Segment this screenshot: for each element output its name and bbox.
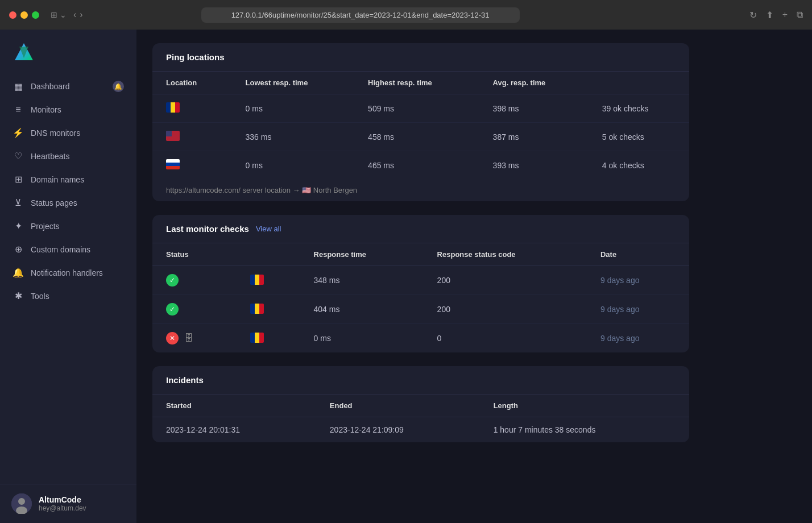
incidents-table: Started Ended Length 2023-12-24 20:01:31… <box>152 395 689 442</box>
col-status: Status <box>152 243 237 266</box>
response-time: 404 ms <box>300 295 424 324</box>
sidebar-item-label: Domain names <box>31 175 84 184</box>
flag-romania <box>250 275 264 285</box>
status-error-icon: ✕ <box>166 332 179 344</box>
maximize-button[interactable] <box>32 11 39 19</box>
minimize-button[interactable] <box>20 11 28 19</box>
incidents-title: Incidents <box>166 375 204 385</box>
sidebar-item-heartbeats[interactable]: ♡ Heartbeats <box>5 145 132 167</box>
projects-icon: ✦ <box>13 221 24 231</box>
traffic-lights <box>9 11 39 19</box>
view-all-link[interactable]: View all <box>256 225 281 233</box>
sidebar-item-label: DNS monitors <box>31 128 80 138</box>
sidebar-item-status-pages[interactable]: ⊻ Status pages <box>5 192 132 214</box>
status-cell: ✓ <box>152 266 237 295</box>
check-date: 9 days ago <box>587 266 689 295</box>
content-inner: Ping locations Location Lowest resp. tim… <box>136 30 705 470</box>
last-monitor-checks-title: Last monitor checks <box>166 224 249 234</box>
sidebar-item-projects[interactable]: ✦ Projects <box>5 215 132 237</box>
dashboard-icon: ▦ <box>13 81 24 92</box>
sidebar-item-label: Custom domains <box>31 245 90 254</box>
flag-russia <box>166 159 180 169</box>
user-email: hey@altum.dev <box>39 504 86 512</box>
status-row: ✕ 🗄 <box>166 332 223 344</box>
avatar <box>11 493 32 514</box>
col-started: Started <box>152 395 316 417</box>
lowest-resp: 0 ms <box>232 94 355 123</box>
sidebar-item-custom-domains[interactable]: ⊕ Custom domains <box>5 238 132 260</box>
col-date: Date <box>587 243 689 266</box>
sidebar-user[interactable]: AltumCode hey@altum.dev <box>0 484 136 523</box>
dns-monitors-icon: ⚡ <box>13 127 24 138</box>
table-row: 2023-12-24 20:01:31 2023-12-24 21:09:09 … <box>152 417 689 443</box>
back-arrow-icon[interactable]: ‹ <box>73 10 76 20</box>
tools-icon: ✱ <box>13 290 24 301</box>
incident-length: 1 hour 7 minutes 38 seconds <box>480 417 689 443</box>
check-date: 9 days ago <box>587 295 689 324</box>
col-highest: Highest resp. time <box>354 72 479 94</box>
col-ended: Ended <box>316 395 480 417</box>
col-location: Location <box>152 72 232 94</box>
sidebar-nav: ▦ Dashboard 🔔 ≡ Monitors ⚡ DNS monitors … <box>0 75 136 484</box>
incident-ended: 2023-12-24 21:09:09 <box>316 417 480 443</box>
sidebar-item-dns-monitors[interactable]: ⚡ DNS monitors <box>5 122 132 144</box>
ping-locations-title: Ping locations <box>166 52 225 62</box>
forward-arrow-icon[interactable]: › <box>80 10 82 20</box>
sidebar: ▦ Dashboard 🔔 ≡ Monitors ⚡ DNS monitors … <box>0 30 136 523</box>
flag-cell <box>152 94 232 123</box>
monitor-checks-table: Status Response time Response status cod… <box>152 243 689 352</box>
highest-resp: 458 ms <box>354 123 479 151</box>
domain-names-icon: ⊞ <box>13 174 24 185</box>
close-button[interactable] <box>9 11 16 19</box>
reload-icon[interactable]: ↻ <box>749 10 757 20</box>
ping-locations-table: Location Lowest resp. time Highest resp.… <box>152 72 689 179</box>
user-info: AltumCode hey@altum.dev <box>39 495 86 512</box>
sidebar-toggle-icon[interactable]: ⊞ ⌄ <box>51 10 67 19</box>
col-flag <box>237 243 300 266</box>
browser-chrome: ⊞ ⌄ ‹ › 127.0.0.1/66uptime/monitor/25&st… <box>0 0 812 30</box>
table-row: 336 ms 458 ms 387 ms 5 ok checks <box>152 123 689 151</box>
avg-resp: 387 ms <box>479 123 589 151</box>
flag-romania <box>250 304 264 314</box>
server-location-info: https://altumcode.com/ server location →… <box>152 179 689 201</box>
status-ok-icon: ✓ <box>166 303 179 316</box>
highest-resp: 465 ms <box>354 151 479 180</box>
status-code: 0 <box>424 324 587 353</box>
nav-arrows: ‹ › <box>73 10 83 20</box>
status-cell: ✓ <box>152 295 237 324</box>
ok-checks: 5 ok checks <box>589 123 689 151</box>
status-code: 200 <box>424 295 587 324</box>
flag-cell <box>237 324 300 353</box>
tabs-icon[interactable]: ⧉ <box>797 10 803 20</box>
flag-romania <box>166 102 180 113</box>
table-row: ✕ 🗄 0 ms 0 9 days ago <box>152 324 689 353</box>
last-monitor-checks-section: Last monitor checks View all Status Resp… <box>152 215 689 352</box>
share-icon[interactable]: ⬆ <box>766 10 773 20</box>
flag-cell <box>152 123 232 151</box>
url-bar[interactable]: 127.0.0.1/66uptime/monitor/25&start_date… <box>201 7 520 23</box>
status-ok-icon: ✓ <box>166 274 179 287</box>
ping-locations-section: Ping locations Location Lowest resp. tim… <box>152 43 689 201</box>
response-time: 0 ms <box>300 324 424 353</box>
flag-cell <box>152 151 232 180</box>
sidebar-item-notification-handlers[interactable]: 🔔 Notification handlers <box>5 262 132 284</box>
sidebar-item-label: Monitors <box>31 105 61 114</box>
sidebar-item-tools[interactable]: ✱ Tools <box>5 285 132 307</box>
new-tab-icon[interactable]: + <box>782 10 788 20</box>
col-avg: Avg. resp. time <box>479 72 589 94</box>
last-monitor-checks-header: Last monitor checks View all <box>152 215 689 243</box>
sidebar-item-monitors[interactable]: ≡ Monitors <box>5 99 132 121</box>
app-logo <box>11 41 36 66</box>
database-icon: 🗄 <box>184 333 193 343</box>
sidebar-item-domain-names[interactable]: ⊞ Domain names <box>5 168 132 190</box>
flag-usa <box>166 131 180 141</box>
table-row: ✓ 404 ms 200 9 days ago <box>152 295 689 324</box>
col-lowest: Lowest resp. time <box>232 72 355 94</box>
ping-locations-header: Ping locations <box>152 43 689 72</box>
sidebar-item-dashboard[interactable]: ▦ Dashboard 🔔 <box>5 75 132 98</box>
notification-badge: 🔔 <box>113 81 124 92</box>
user-name: AltumCode <box>39 495 86 504</box>
sidebar-item-label: Heartbeats <box>31 152 69 161</box>
ok-checks: 39 ok checks <box>589 94 689 123</box>
table-row: 0 ms 509 ms 398 ms 39 ok checks <box>152 94 689 123</box>
